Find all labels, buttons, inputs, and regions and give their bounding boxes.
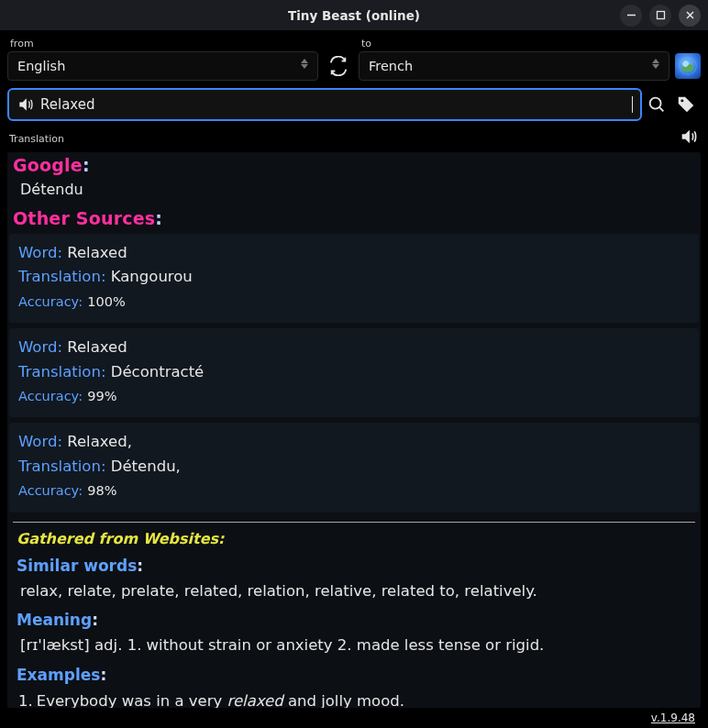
- websites-heading: Gathered from Websites:: [7, 526, 701, 553]
- language-row: from English to French: [7, 38, 701, 81]
- to-language-select[interactable]: French: [359, 51, 669, 81]
- text-caret: [632, 96, 633, 113]
- similar-words: relax, relate, prelate, related, relatio…: [7, 577, 701, 608]
- to-column: to French: [359, 38, 669, 81]
- from-label: from: [7, 38, 318, 50]
- source-card: Word: Relaxed Translation: Kangourou Acc…: [9, 234, 699, 323]
- word-label: Word:: [18, 244, 62, 261]
- accuracy-value: 99%: [87, 389, 116, 403]
- from-column: from English: [7, 38, 318, 81]
- similar-words-heading: Similar words:: [7, 553, 701, 577]
- examples-list: 1.Everybody was in a very relaxed and jo…: [7, 686, 701, 708]
- accuracy-label: Accuracy:: [18, 389, 83, 403]
- svg-point-6: [680, 99, 683, 102]
- google-result: Détendu: [7, 177, 701, 205]
- word-label: Word:: [18, 338, 62, 356]
- translation-value: Décontracté: [111, 363, 205, 381]
- examples-heading: Examples:: [7, 662, 701, 686]
- version-label[interactable]: v.1.9.48: [7, 710, 701, 726]
- globe-icon[interactable]: [675, 53, 701, 79]
- translation-value: Kangourou: [111, 268, 193, 285]
- accuracy-label: Accuracy:: [18, 294, 83, 309]
- from-language-value: English: [17, 59, 65, 73]
- search-row: Relaxed: [7, 88, 701, 121]
- chevron-updown-icon: [301, 64, 308, 69]
- separator: [13, 522, 695, 523]
- svg-point-4: [650, 98, 661, 109]
- source-card: Word: Relaxed, Translation: Détendu, Acc…: [9, 423, 699, 512]
- translation-label: Translation: [9, 133, 64, 145]
- maximize-button[interactable]: [649, 5, 671, 27]
- accuracy-value: 100%: [87, 294, 125, 309]
- titlebar: Tiny Beast (online): [0, 0, 708, 30]
- word-value: Relaxed: [67, 244, 127, 261]
- source-cards: Word: Relaxed Translation: Kangourou Acc…: [7, 230, 701, 518]
- svg-line-5: [659, 107, 663, 111]
- to-language-value: French: [369, 59, 413, 73]
- tag-button[interactable]: [671, 88, 701, 121]
- example-item: 1.Everybody was in a very relaxed and jo…: [18, 689, 691, 708]
- svg-rect-1: [657, 12, 664, 19]
- google-heading: Google:: [7, 152, 701, 177]
- minimize-button[interactable]: [620, 5, 642, 27]
- search-input[interactable]: Relaxed: [40, 96, 626, 113]
- app-body: from English to French: [0, 30, 708, 728]
- word-label: Word:: [18, 433, 62, 450]
- source-card: Word: Relaxed Translation: Décontracté A…: [9, 328, 699, 417]
- translation-label: Translation:: [18, 268, 105, 285]
- search-field[interactable]: Relaxed: [7, 88, 642, 121]
- accuracy-value: 98%: [87, 483, 116, 498]
- meaning-text: [rɪ'lækst] adj. 1. without strain or anx…: [7, 631, 701, 662]
- accuracy-label: Accuracy:: [18, 483, 83, 498]
- speaker-icon[interactable]: [17, 95, 35, 114]
- translation-label-row: Translation: [7, 127, 701, 150]
- word-value: Relaxed,: [67, 433, 132, 450]
- other-sources-heading: Other Sources:: [7, 205, 701, 230]
- word-value: Relaxed: [67, 338, 127, 356]
- swap-languages-button[interactable]: [324, 51, 353, 81]
- speak-result-button[interactable]: [679, 127, 699, 150]
- meaning-heading: Meaning:: [7, 607, 701, 631]
- results-panel: Google: Détendu Other Sources: Word: Rel…: [7, 152, 701, 708]
- translation-value: Détendu,: [111, 458, 181, 475]
- from-language-select[interactable]: English: [7, 51, 318, 81]
- search-button[interactable]: [642, 88, 671, 121]
- translation-label: Translation:: [18, 363, 105, 381]
- to-label: to: [359, 38, 669, 50]
- window-title: Tiny Beast (online): [288, 8, 420, 23]
- close-button[interactable]: [679, 5, 701, 27]
- translation-label: Translation:: [18, 458, 105, 475]
- chevron-updown-icon: [652, 64, 659, 69]
- window-controls: [620, 5, 701, 27]
